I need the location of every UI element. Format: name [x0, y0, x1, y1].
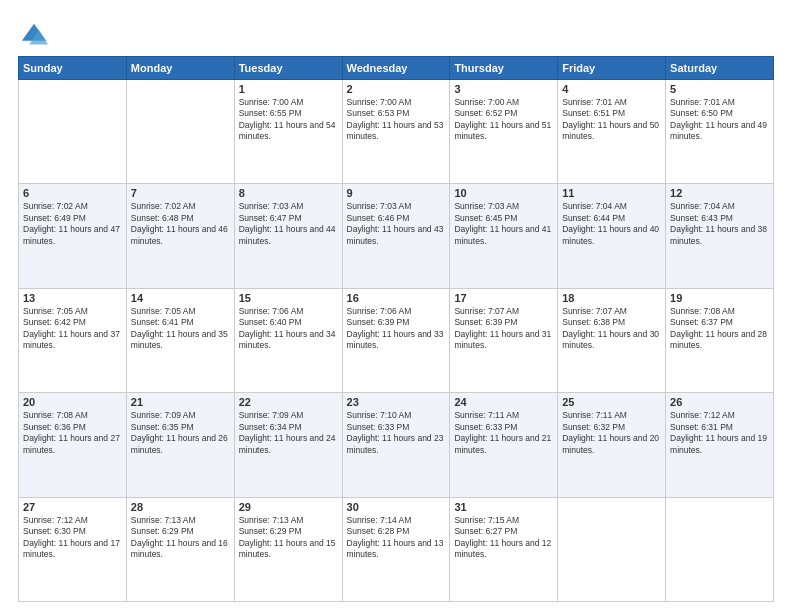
day-info: Sunrise: 7:00 AM Sunset: 6:55 PM Dayligh… [239, 97, 338, 143]
day-number: 13 [23, 292, 122, 304]
day-info: Sunrise: 7:00 AM Sunset: 6:53 PM Dayligh… [347, 97, 446, 143]
calendar-cell: 15Sunrise: 7:06 AM Sunset: 6:40 PM Dayli… [234, 288, 342, 392]
calendar-cell: 3Sunrise: 7:00 AM Sunset: 6:52 PM Daylig… [450, 80, 558, 184]
weekday-header-saturday: Saturday [666, 57, 774, 80]
day-info: Sunrise: 7:12 AM Sunset: 6:31 PM Dayligh… [670, 410, 769, 456]
calendar-cell: 16Sunrise: 7:06 AM Sunset: 6:39 PM Dayli… [342, 288, 450, 392]
day-info: Sunrise: 7:05 AM Sunset: 6:42 PM Dayligh… [23, 306, 122, 352]
calendar-cell: 17Sunrise: 7:07 AM Sunset: 6:39 PM Dayli… [450, 288, 558, 392]
day-number: 23 [347, 396, 446, 408]
day-number: 1 [239, 83, 338, 95]
weekday-header-tuesday: Tuesday [234, 57, 342, 80]
logo [18, 22, 48, 48]
day-number: 4 [562, 83, 661, 95]
day-info: Sunrise: 7:09 AM Sunset: 6:34 PM Dayligh… [239, 410, 338, 456]
calendar-week-row: 6Sunrise: 7:02 AM Sunset: 6:49 PM Daylig… [19, 184, 774, 288]
day-number: 8 [239, 187, 338, 199]
day-info: Sunrise: 7:07 AM Sunset: 6:39 PM Dayligh… [454, 306, 553, 352]
day-number: 6 [23, 187, 122, 199]
day-info: Sunrise: 7:14 AM Sunset: 6:28 PM Dayligh… [347, 515, 446, 561]
calendar-week-row: 1Sunrise: 7:00 AM Sunset: 6:55 PM Daylig… [19, 80, 774, 184]
calendar-cell: 21Sunrise: 7:09 AM Sunset: 6:35 PM Dayli… [126, 393, 234, 497]
calendar-week-row: 20Sunrise: 7:08 AM Sunset: 6:36 PM Dayli… [19, 393, 774, 497]
day-number: 19 [670, 292, 769, 304]
calendar-cell: 2Sunrise: 7:00 AM Sunset: 6:53 PM Daylig… [342, 80, 450, 184]
weekday-header-row: SundayMondayTuesdayWednesdayThursdayFrid… [19, 57, 774, 80]
day-info: Sunrise: 7:02 AM Sunset: 6:49 PM Dayligh… [23, 201, 122, 247]
day-info: Sunrise: 7:08 AM Sunset: 6:36 PM Dayligh… [23, 410, 122, 456]
weekday-header-wednesday: Wednesday [342, 57, 450, 80]
day-number: 11 [562, 187, 661, 199]
day-info: Sunrise: 7:04 AM Sunset: 6:44 PM Dayligh… [562, 201, 661, 247]
day-info: Sunrise: 7:01 AM Sunset: 6:51 PM Dayligh… [562, 97, 661, 143]
calendar-week-row: 27Sunrise: 7:12 AM Sunset: 6:30 PM Dayli… [19, 497, 774, 601]
day-number: 21 [131, 396, 230, 408]
day-info: Sunrise: 7:13 AM Sunset: 6:29 PM Dayligh… [131, 515, 230, 561]
day-number: 5 [670, 83, 769, 95]
day-info: Sunrise: 7:12 AM Sunset: 6:30 PM Dayligh… [23, 515, 122, 561]
calendar-cell: 20Sunrise: 7:08 AM Sunset: 6:36 PM Dayli… [19, 393, 127, 497]
calendar-cell: 18Sunrise: 7:07 AM Sunset: 6:38 PM Dayli… [558, 288, 666, 392]
calendar-cell: 4Sunrise: 7:01 AM Sunset: 6:51 PM Daylig… [558, 80, 666, 184]
weekday-header-monday: Monday [126, 57, 234, 80]
calendar-cell: 6Sunrise: 7:02 AM Sunset: 6:49 PM Daylig… [19, 184, 127, 288]
calendar-cell: 24Sunrise: 7:11 AM Sunset: 6:33 PM Dayli… [450, 393, 558, 497]
weekday-header-sunday: Sunday [19, 57, 127, 80]
calendar-cell: 14Sunrise: 7:05 AM Sunset: 6:41 PM Dayli… [126, 288, 234, 392]
day-info: Sunrise: 7:13 AM Sunset: 6:29 PM Dayligh… [239, 515, 338, 561]
calendar-cell: 30Sunrise: 7:14 AM Sunset: 6:28 PM Dayli… [342, 497, 450, 601]
day-number: 31 [454, 501, 553, 513]
day-info: Sunrise: 7:06 AM Sunset: 6:40 PM Dayligh… [239, 306, 338, 352]
day-number: 3 [454, 83, 553, 95]
calendar-cell: 28Sunrise: 7:13 AM Sunset: 6:29 PM Dayli… [126, 497, 234, 601]
day-number: 26 [670, 396, 769, 408]
day-number: 18 [562, 292, 661, 304]
day-number: 16 [347, 292, 446, 304]
calendar-cell: 11Sunrise: 7:04 AM Sunset: 6:44 PM Dayli… [558, 184, 666, 288]
calendar-cell [126, 80, 234, 184]
calendar-cell: 8Sunrise: 7:03 AM Sunset: 6:47 PM Daylig… [234, 184, 342, 288]
day-number: 10 [454, 187, 553, 199]
day-number: 15 [239, 292, 338, 304]
calendar-table: SundayMondayTuesdayWednesdayThursdayFrid… [18, 56, 774, 602]
page: SundayMondayTuesdayWednesdayThursdayFrid… [0, 0, 792, 612]
calendar-cell [558, 497, 666, 601]
day-number: 17 [454, 292, 553, 304]
day-number: 29 [239, 501, 338, 513]
calendar-cell: 25Sunrise: 7:11 AM Sunset: 6:32 PM Dayli… [558, 393, 666, 497]
day-number: 27 [23, 501, 122, 513]
day-number: 20 [23, 396, 122, 408]
calendar-cell: 9Sunrise: 7:03 AM Sunset: 6:46 PM Daylig… [342, 184, 450, 288]
day-info: Sunrise: 7:10 AM Sunset: 6:33 PM Dayligh… [347, 410, 446, 456]
day-info: Sunrise: 7:15 AM Sunset: 6:27 PM Dayligh… [454, 515, 553, 561]
weekday-header-friday: Friday [558, 57, 666, 80]
calendar-cell: 23Sunrise: 7:10 AM Sunset: 6:33 PM Dayli… [342, 393, 450, 497]
day-number: 12 [670, 187, 769, 199]
calendar-cell: 31Sunrise: 7:15 AM Sunset: 6:27 PM Dayli… [450, 497, 558, 601]
day-info: Sunrise: 7:11 AM Sunset: 6:33 PM Dayligh… [454, 410, 553, 456]
day-info: Sunrise: 7:02 AM Sunset: 6:48 PM Dayligh… [131, 201, 230, 247]
calendar-cell: 5Sunrise: 7:01 AM Sunset: 6:50 PM Daylig… [666, 80, 774, 184]
day-number: 14 [131, 292, 230, 304]
day-info: Sunrise: 7:08 AM Sunset: 6:37 PM Dayligh… [670, 306, 769, 352]
calendar-cell: 13Sunrise: 7:05 AM Sunset: 6:42 PM Dayli… [19, 288, 127, 392]
calendar-week-row: 13Sunrise: 7:05 AM Sunset: 6:42 PM Dayli… [19, 288, 774, 392]
day-number: 24 [454, 396, 553, 408]
day-info: Sunrise: 7:04 AM Sunset: 6:43 PM Dayligh… [670, 201, 769, 247]
day-info: Sunrise: 7:03 AM Sunset: 6:46 PM Dayligh… [347, 201, 446, 247]
calendar-cell: 12Sunrise: 7:04 AM Sunset: 6:43 PM Dayli… [666, 184, 774, 288]
day-number: 25 [562, 396, 661, 408]
calendar-cell: 27Sunrise: 7:12 AM Sunset: 6:30 PM Dayli… [19, 497, 127, 601]
weekday-header-thursday: Thursday [450, 57, 558, 80]
day-number: 7 [131, 187, 230, 199]
calendar-cell: 19Sunrise: 7:08 AM Sunset: 6:37 PM Dayli… [666, 288, 774, 392]
day-info: Sunrise: 7:07 AM Sunset: 6:38 PM Dayligh… [562, 306, 661, 352]
day-info: Sunrise: 7:05 AM Sunset: 6:41 PM Dayligh… [131, 306, 230, 352]
day-info: Sunrise: 7:01 AM Sunset: 6:50 PM Dayligh… [670, 97, 769, 143]
day-info: Sunrise: 7:00 AM Sunset: 6:52 PM Dayligh… [454, 97, 553, 143]
calendar-cell [666, 497, 774, 601]
day-number: 2 [347, 83, 446, 95]
calendar-cell: 1Sunrise: 7:00 AM Sunset: 6:55 PM Daylig… [234, 80, 342, 184]
calendar-cell: 29Sunrise: 7:13 AM Sunset: 6:29 PM Dayli… [234, 497, 342, 601]
day-info: Sunrise: 7:03 AM Sunset: 6:45 PM Dayligh… [454, 201, 553, 247]
